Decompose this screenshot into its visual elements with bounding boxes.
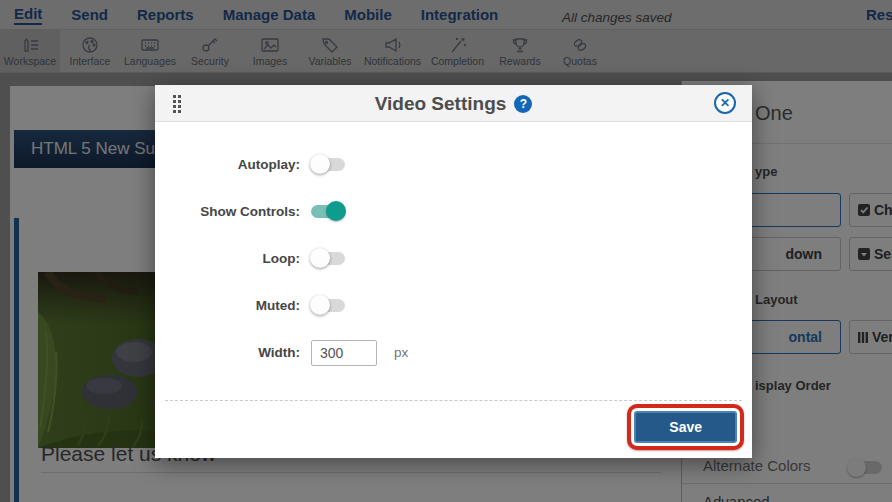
muted-row: Muted: xyxy=(155,282,752,329)
width-input[interactable] xyxy=(311,340,377,366)
modal-header: Video Settings? ✕ xyxy=(155,85,752,122)
drag-handle-icon[interactable] xyxy=(172,94,182,113)
width-row: Width: px xyxy=(155,329,752,376)
loop-row: Loop: xyxy=(155,235,752,282)
toggle-knob xyxy=(310,154,330,174)
autoplay-label: Autoplay: xyxy=(155,157,300,172)
save-button-highlight: Save xyxy=(627,404,744,450)
autoplay-row: Autoplay: xyxy=(155,141,752,188)
width-unit: px xyxy=(394,345,408,360)
muted-label: Muted: xyxy=(155,298,300,313)
show-controls-label: Show Controls: xyxy=(155,204,300,219)
close-icon[interactable]: ✕ xyxy=(714,92,736,114)
show-controls-toggle[interactable] xyxy=(311,205,345,218)
video-settings-modal: Video Settings? ✕ Autoplay: Show Control… xyxy=(155,85,752,458)
muted-toggle[interactable] xyxy=(311,299,345,312)
footer-separator xyxy=(165,400,742,401)
loop-label: Loop: xyxy=(155,251,300,266)
toggle-knob xyxy=(326,201,346,221)
modal-title: Video Settings xyxy=(375,93,507,114)
toggle-knob xyxy=(310,295,330,315)
help-icon[interactable]: ? xyxy=(514,95,532,113)
width-label: Width: xyxy=(155,345,300,360)
modal-body: Autoplay: Show Controls: Loop: Muted: Wi… xyxy=(155,122,752,376)
loop-toggle[interactable] xyxy=(311,252,345,265)
save-button[interactable]: Save xyxy=(634,411,737,443)
show-controls-row: Show Controls: xyxy=(155,188,752,235)
autoplay-toggle[interactable] xyxy=(311,158,345,171)
toggle-knob xyxy=(310,248,330,268)
